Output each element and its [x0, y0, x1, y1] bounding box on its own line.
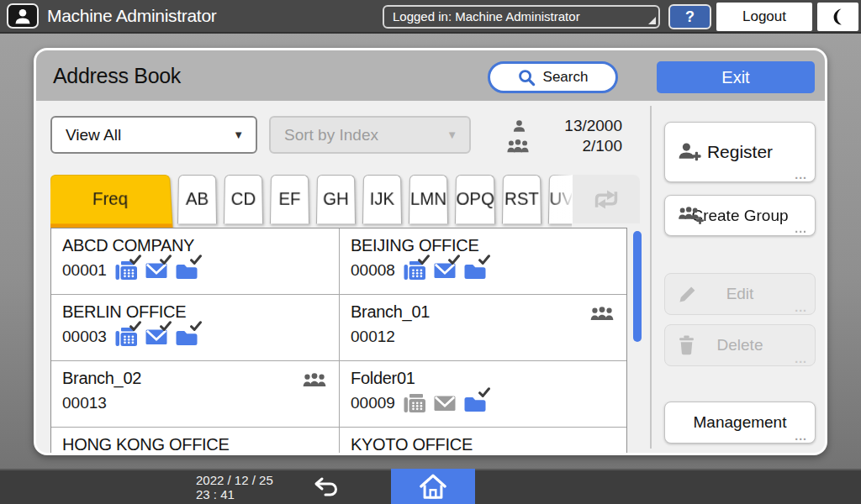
register-button[interactable]: Register ...	[664, 122, 816, 182]
entry-number: 00013	[62, 394, 107, 412]
entry-count: 13/2000	[564, 117, 622, 135]
entry-name: BEIJING OFFICE	[351, 236, 616, 255]
chevron-down-icon: ▼	[446, 118, 457, 153]
entry-name: HONG KONG OFFICE	[62, 435, 329, 453]
management-label: Management	[694, 413, 787, 432]
group-icon	[589, 306, 615, 325]
group-count-icon	[505, 139, 531, 158]
help-button[interactable]: ?	[668, 4, 711, 29]
person-count-icon	[512, 118, 526, 137]
date-time: 2022 / 12 / 25 23 : 41	[196, 473, 273, 501]
exit-button[interactable]: Exit	[657, 61, 815, 93]
address-entry[interactable]: KYOTO OFFICE	[339, 428, 626, 453]
chevron-down-icon: ▼	[233, 118, 244, 153]
entry-number: 00008	[351, 261, 395, 280]
entry-number: 00003	[62, 328, 107, 346]
entry-name: Branch_01	[351, 302, 616, 322]
create-group-label: Create Group	[691, 207, 788, 225]
address-entry[interactable]: HONG KONG OFFICE	[51, 428, 339, 453]
fax-icon	[115, 261, 137, 280]
folder-icon	[176, 328, 198, 346]
group-count: 2/100	[582, 137, 622, 155]
top-bar: Machine Administrator Logged in: Machine…	[0, 0, 861, 34]
tab-freq[interactable]: Freq	[50, 175, 173, 228]
sleep-mode-button[interactable]	[817, 3, 858, 31]
bottom-bar: 2022 / 12 / 25 23 : 41	[0, 469, 861, 504]
entry-name: Folder01	[351, 369, 616, 388]
entry-number: 00009	[351, 394, 395, 412]
email-icon	[434, 261, 456, 280]
group-add-icon	[678, 206, 705, 226]
date-label: 2022 / 12 / 25	[196, 473, 273, 487]
page-title: Machine Administrator	[47, 0, 216, 34]
address-entry[interactable]: Branch_0100012	[339, 295, 626, 361]
list-scrollbar-thumb[interactable]	[633, 231, 642, 342]
more-indicator: ...	[795, 429, 807, 443]
fax-icon	[115, 328, 137, 346]
tab-cd[interactable]: CD	[224, 175, 263, 223]
tab-fade	[549, 175, 573, 223]
address-list: ABCD COMPANY00001BEIJING OFFICE00008BERL…	[50, 228, 627, 453]
moon-icon	[830, 8, 847, 26]
switch-index-button[interactable]	[573, 175, 640, 223]
edit-button[interactable]: Edit ...	[664, 273, 816, 315]
address-entry[interactable]: Folder0100009	[339, 361, 626, 428]
panel-header: Address Book Search Exit	[36, 50, 825, 101]
entry-name: ABCD COMPANY	[62, 236, 329, 255]
tab-gh[interactable]: GH	[316, 175, 356, 223]
more-indicator: ...	[795, 168, 807, 181]
tab-ijk[interactable]: IJK	[362, 175, 402, 223]
back-icon	[312, 475, 341, 499]
delete-button[interactable]: Delete ...	[664, 324, 816, 366]
search-label: Search	[543, 69, 589, 86]
address-entry[interactable]: Branch_0200013	[51, 361, 339, 428]
fax-icon	[404, 261, 425, 280]
more-indicator: ...	[795, 222, 807, 235]
search-button[interactable]: Search	[488, 61, 618, 93]
home-button[interactable]	[391, 469, 475, 504]
delete-label: Delete	[717, 336, 763, 354]
address-entry[interactable]: BERLIN OFFICE00003	[51, 295, 339, 361]
entry-number: 00001	[62, 261, 107, 280]
fax-icon	[404, 394, 425, 412]
time-label: 23 : 41	[196, 487, 273, 501]
address-book-panel: Address Book Search Exit View All ▼ Sort…	[34, 48, 827, 455]
address-entry[interactable]: BEIJING OFFICE00008	[339, 228, 626, 295]
person-add-icon	[678, 141, 701, 163]
more-indicator: ...	[795, 301, 807, 314]
management-button[interactable]: Management ...	[664, 402, 816, 444]
login-status-dropdown[interactable]: Logged in: Machine Administrator	[383, 5, 660, 29]
logout-button[interactable]: Logout	[716, 3, 812, 31]
edit-label: Edit	[726, 285, 754, 303]
sidebar-divider	[650, 106, 652, 449]
user-icon[interactable]	[7, 3, 39, 29]
folder-icon	[464, 394, 486, 412]
tab-opq[interactable]: OPQ	[455, 175, 496, 223]
back-button[interactable]	[304, 470, 348, 504]
dropdown-fold-icon	[648, 17, 656, 24]
email-icon	[145, 261, 167, 280]
entry-number: 00012	[351, 328, 395, 346]
tab-rst[interactable]: RST	[502, 175, 541, 223]
switch-index-icon	[591, 188, 621, 211]
entry-count-row: 13/2000	[475, 117, 622, 136]
search-icon	[518, 69, 536, 87]
address-entry[interactable]: ABCD COMPANY00001	[51, 228, 339, 295]
sort-dropdown[interactable]: Sort by Index ▼	[269, 116, 471, 154]
group-count-row: 2/100	[475, 137, 622, 156]
email-icon	[434, 394, 456, 412]
sort-value: Sort by Index	[284, 126, 378, 144]
folder-icon	[176, 261, 198, 280]
home-icon	[417, 472, 449, 501]
tab-lmn[interactable]: LMN	[409, 175, 448, 223]
tab-ab[interactable]: AB	[177, 175, 217, 223]
entry-name: Branch_02	[62, 369, 329, 388]
entry-name: KYOTO OFFICE	[351, 435, 616, 453]
view-filter-value: View All	[66, 126, 121, 144]
tab-ef[interactable]: EF	[270, 175, 309, 223]
panel-title: Address Book	[53, 50, 181, 101]
pencil-icon	[678, 284, 698, 304]
create-group-button[interactable]: Create Group ...	[664, 195, 816, 236]
view-filter-dropdown[interactable]: View All ▼	[50, 116, 257, 154]
folder-icon	[464, 261, 486, 280]
